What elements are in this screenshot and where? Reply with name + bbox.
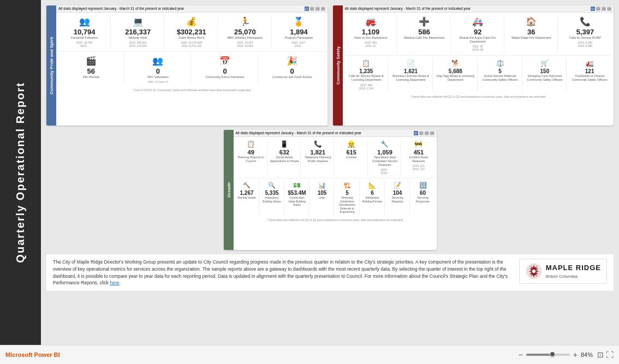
svg-point-1 bbox=[532, 270, 535, 273]
social-icon: ⚖️ bbox=[480, 59, 521, 67]
blue-dash-inner: Community Pride and Spirit All stats dis… bbox=[46, 5, 328, 126]
social-bylaw-icon: 📱 bbox=[270, 140, 299, 148]
stat-event-volunteers: 📅 0 Community Event Volunteers bbox=[192, 54, 258, 85]
film-icon: 🎬 bbox=[59, 56, 123, 66]
pac-number: 0 bbox=[127, 67, 190, 75]
g-q2-indicator[interactable]: Q2 bbox=[419, 131, 424, 135]
stat-units: 📊 105 Units bbox=[311, 180, 335, 216]
q1-indicator[interactable]: Q1 bbox=[305, 7, 309, 11]
top-dashboards-row: Community Pride and Spirit All stats dis… bbox=[46, 5, 614, 126]
youth-icon: 🎉 bbox=[260, 56, 324, 66]
main-content: Quarterly Operational Report Community P… bbox=[0, 0, 619, 345]
rentals-label: Rentals Issued bbox=[236, 196, 258, 200]
stat-athletics: 🏃 25,070 MRC Athletics Participants 2022… bbox=[219, 15, 271, 49]
green-side-label: Growth bbox=[224, 130, 234, 250]
cart-number: 150 bbox=[525, 68, 566, 74]
middle-row: Growth All stats displayed represent Jan… bbox=[46, 130, 614, 250]
q3-indicator[interactable]: Q3 bbox=[316, 7, 320, 11]
blue-dashboard-card[interactable]: Community Pride and Spirit All stats dis… bbox=[46, 5, 328, 126]
stat-biz-licenses: 📄 1,621 Business Licenses Bylaw & Licens… bbox=[389, 58, 433, 91]
construction-icon: 💵 bbox=[287, 182, 308, 189]
social-bylaw-label: Social Bylaw Applications to House bbox=[270, 156, 299, 163]
green-top-stats: 📋 49 Planning Reports to Council 📱 632 S… bbox=[234, 137, 437, 178]
programs-icon: 🏅 bbox=[273, 16, 324, 27]
blue-bottom-note: * Due to COVID-19, Community Centre and … bbox=[56, 87, 328, 93]
ops-icon: 🔧 bbox=[370, 140, 400, 148]
ops-number: 1,059 bbox=[370, 149, 400, 156]
stat-telephone: 📞 1,821 Telephone Planning Public Inquir… bbox=[302, 139, 334, 176]
green-dash-inner: Growth All stats displayed represent Jan… bbox=[224, 130, 437, 250]
r-q4-indicator[interactable]: Q4 bbox=[607, 7, 611, 11]
stat-counter: 👷 615 Counter bbox=[335, 139, 367, 176]
stat-rezoning: 🏗️ 5 Rezoning Subdivision Development Re… bbox=[336, 180, 360, 216]
g-q1-indicator[interactable]: Q1 bbox=[414, 131, 418, 135]
facebook-number: 10,794 bbox=[59, 28, 109, 36]
zoom-in-button[interactable]: + bbox=[572, 350, 579, 359]
units-label: Units bbox=[312, 196, 333, 200]
construction-label: Construction Value Building Status bbox=[287, 196, 308, 207]
green-quarter-indicators[interactable]: Q1 Q2 Q3 Q4 bbox=[414, 131, 435, 135]
here-link[interactable]: here bbox=[110, 280, 119, 285]
red-header-bar: All stats displayed represent January - … bbox=[343, 5, 614, 13]
dog-icon: 🐕 bbox=[435, 59, 476, 67]
report-title: Quarterly Operational Report bbox=[14, 82, 27, 263]
fire-visits-sub: 2022: 8002019: 22 bbox=[346, 41, 396, 47]
biz-icon: 📄 bbox=[390, 59, 431, 67]
bottom-right: − + 84% ⊡ ⛶ bbox=[517, 350, 614, 359]
green-dashboard-card[interactable]: Growth All stats displayed represent Jan… bbox=[224, 130, 437, 250]
green-header-text: All stats displayed represent January - … bbox=[236, 131, 362, 135]
green-dashboard: Growth All stats displayed represent Jan… bbox=[224, 130, 437, 250]
medical-number: 586 bbox=[400, 28, 449, 36]
counter-number: 615 bbox=[336, 149, 366, 156]
quarter-indicators[interactable]: Q1 Q2 Q3 Q4 bbox=[305, 7, 325, 11]
film-number: 56 bbox=[59, 67, 123, 75]
zoom-percent: 84% bbox=[581, 351, 593, 358]
facebook-label: Facebook Followers bbox=[59, 36, 109, 40]
stat-facebook: 👥 10,794 Facebook Followers 2022: 18,794… bbox=[58, 15, 111, 49]
g-q4-indicator[interactable]: Q4 bbox=[430, 131, 435, 135]
zoom-slider-fill bbox=[526, 354, 552, 356]
grant-icon: 💰 bbox=[166, 16, 216, 27]
r-q2-indicator[interactable]: Q2 bbox=[596, 7, 600, 11]
red-quarter-indicators[interactable]: Q1 Q2 Q3 Q4 bbox=[591, 7, 611, 11]
stat-programs: 🏅 1,894 Program Participants 2022: 3,877… bbox=[272, 15, 325, 49]
event-label: Community Event Volunteers bbox=[193, 75, 257, 79]
road-number: 451 bbox=[403, 149, 433, 156]
stat-ops-requests: 🔧 1,059 Operations Dept Completed Servic… bbox=[369, 139, 401, 176]
fullscreen-icon[interactable]: ⛶ bbox=[606, 350, 614, 359]
zoom-slider[interactable] bbox=[526, 354, 570, 356]
event-icon: 📅 bbox=[193, 56, 257, 66]
athletics-label: MRC Athletics Participants bbox=[220, 36, 270, 40]
r-q3-indicator[interactable]: Q3 bbox=[602, 7, 606, 11]
telephone-icon: 📞 bbox=[303, 140, 332, 148]
stat-shopping-carts: 🛒 150 Shopping Carts Returned Community … bbox=[523, 58, 567, 91]
zoom-thumb[interactable] bbox=[550, 351, 555, 357]
red-dashboard-card[interactable]: Community Safety All stats displayed rep… bbox=[333, 5, 614, 126]
bylaw-calls-icon: 📋 bbox=[346, 59, 387, 67]
rezoning-label: Rezoning Subdivision Development Referra… bbox=[337, 196, 358, 214]
film-label: Film Permits bbox=[59, 75, 123, 79]
stat-rentals: 🔨 1,267 Rentals Issued bbox=[235, 180, 259, 216]
fire-visits-icon: 🚒 bbox=[346, 16, 396, 27]
q2-indicator[interactable]: Q2 bbox=[310, 7, 314, 11]
rezoning-icon: 🏗️ bbox=[337, 182, 358, 189]
powerbi-link[interactable]: Microsoft Power BI bbox=[5, 351, 60, 358]
units-icon: 📊 bbox=[312, 182, 333, 189]
programs-label: Program Participants bbox=[273, 36, 324, 40]
blue-side-label: Community Pride and Spirit bbox=[46, 5, 56, 126]
r-q1-indicator[interactable]: Q1 bbox=[591, 7, 595, 11]
red-bottom-stats: 📋 1,235 Calls for Service Bylaws & Licen… bbox=[343, 56, 614, 93]
pac-label: PAC Volunteers bbox=[127, 75, 190, 79]
telephone-number: 1,821 bbox=[303, 149, 332, 156]
units-number: 105 bbox=[312, 190, 333, 196]
g-q3-indicator[interactable]: Q3 bbox=[425, 131, 429, 135]
q4-indicator[interactable]: Q4 bbox=[321, 7, 325, 11]
maple-ridge-logo: MAPLE RIDGE British Columbia bbox=[519, 259, 607, 284]
view-icons: ⊡ ⛶ bbox=[597, 350, 614, 359]
zoom-out-button[interactable]: − bbox=[517, 350, 524, 359]
truck-number: 121 bbox=[569, 68, 610, 74]
fit-page-icon[interactable]: ⊡ bbox=[597, 350, 604, 359]
blue-bottom-stats: 🎬 56 Film Permits 👥 0 PAC Volunteers PAC… bbox=[56, 52, 328, 87]
stat-servicing-requests: 📝 104 Servicing Requests bbox=[386, 180, 410, 216]
athletics-number: 25,070 bbox=[220, 28, 270, 36]
